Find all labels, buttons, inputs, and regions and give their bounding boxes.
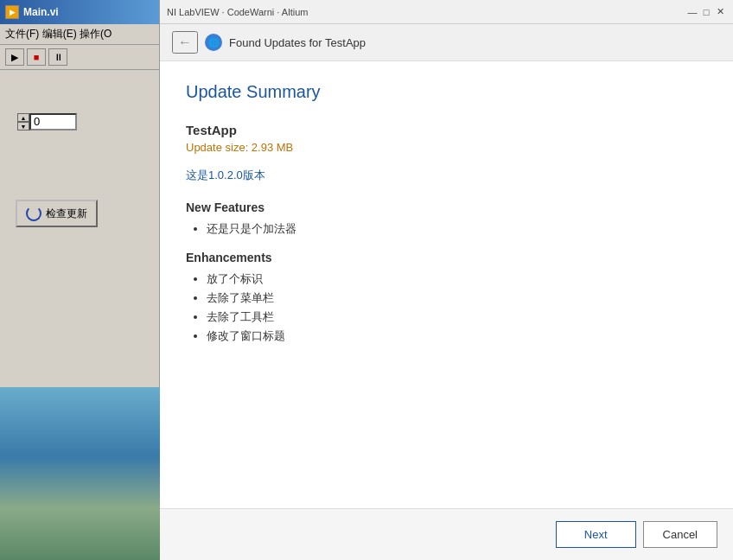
labview-title: Main.vi — [23, 6, 154, 18]
numeric-spinner[interactable]: ▲ ▼ — [17, 113, 29, 130]
list-item: 修改了窗口标题 — [207, 328, 707, 344]
next-button[interactable]: Next — [556, 521, 636, 548]
labview-image-area — [0, 387, 160, 560]
check-update-label: 检查更新 — [46, 207, 87, 221]
list-item: 还是只是个加法器 — [207, 221, 707, 237]
list-item: 去除了工具栏 — [207, 309, 707, 325]
version-link[interactable]: 这是1.0.2.0版本 — [186, 168, 707, 183]
labview-canvas: ▲ ▼ 0 检查更新 — [0, 70, 159, 245]
toolbar-run[interactable]: ▶ — [5, 48, 24, 66]
numeric-control: ▲ ▼ 0 — [17, 113, 150, 130]
dialog-window-title: Found Updates for TestApp — [229, 36, 366, 49]
spin-down[interactable]: ▼ — [17, 122, 29, 130]
back-button[interactable]: ← — [172, 31, 198, 54]
labview-toolbar: ▶ ■ ⏸ — [0, 45, 159, 70]
toolbar-stop[interactable]: ■ — [27, 48, 46, 66]
cancel-button[interactable]: Cancel — [643, 521, 717, 548]
minimize-button[interactable]: — — [686, 6, 698, 18]
dialog-footer: Next Cancel — [160, 508, 733, 560]
app-name: TestApp — [186, 123, 707, 137]
top-bar-tabs: NI LabVIEW · CodeWarni · Altium — [167, 7, 308, 17]
dialog-content: Update Summary TestApp Update size: 2.93… — [160, 61, 733, 508]
close-button[interactable]: ✕ — [714, 6, 726, 18]
labview-titlebar: ▶ Main.vi — [0, 0, 159, 24]
toolbar-pause[interactable]: ⏸ — [48, 48, 67, 66]
update-size: Update size: 2.93 MB — [186, 141, 707, 154]
spin-up[interactable]: ▲ — [17, 113, 29, 122]
list-item: 去除了菜单栏 — [207, 290, 707, 306]
new-features-list: 还是只是个加法器 — [186, 221, 707, 237]
top-bar: NI LabVIEW · CodeWarni · Altium — □ ✕ — [160, 0, 733, 24]
dialog-titlebar: ← 🌐 Found Updates for TestApp — [160, 24, 733, 61]
labview-app-icon: ▶ — [5, 5, 19, 19]
enhancements-heading: Enhancements — [186, 251, 707, 264]
new-features-heading: New Features — [186, 200, 707, 214]
globe-icon: 🌐 — [205, 34, 222, 51]
update-dialog: ← 🌐 Found Updates for TestApp Update Sum… — [160, 24, 733, 560]
numeric-input-field[interactable]: 0 — [29, 113, 77, 130]
section-heading: Update Summary — [186, 82, 707, 102]
restore-button[interactable]: □ — [700, 6, 712, 18]
refresh-icon — [26, 206, 41, 221]
enhancements-list: 放了个标识 去除了菜单栏 去除了工具栏 修改了窗口标题 — [186, 271, 707, 344]
labview-menu[interactable]: 文件(F) 编辑(E) 操作(O — [0, 24, 159, 45]
list-item: 放了个标识 — [207, 271, 707, 287]
window-buttons: — □ ✕ — [686, 6, 726, 18]
check-update-button[interactable]: 检查更新 — [16, 200, 98, 227]
